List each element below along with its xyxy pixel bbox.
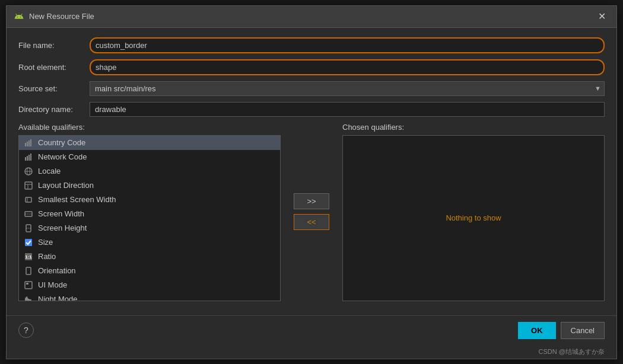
root-element-row: Root element: bbox=[18, 59, 605, 75]
available-qualifiers-label: Available qualifiers: bbox=[18, 123, 281, 132]
remove-qualifier-button[interactable]: << bbox=[294, 214, 329, 230]
svg-rect-0 bbox=[25, 143, 26, 146]
svg-rect-14 bbox=[26, 197, 31, 202]
qualifier-item[interactable]: 1:1Ratio bbox=[19, 250, 280, 264]
titlebar-title: New Resource File bbox=[29, 12, 94, 21]
watermark: CSDN @结城あすか奈 bbox=[7, 346, 616, 359]
qualifier-icon bbox=[24, 238, 33, 247]
svg-rect-6 bbox=[28, 155, 30, 161]
directory-name-row: Directory name: bbox=[18, 102, 605, 117]
source-set-label: Source set: bbox=[18, 84, 90, 93]
nothing-to-show-text: Nothing to show bbox=[446, 213, 501, 222]
new-resource-file-dialog: New Resource File ✕ File name: Root elem… bbox=[6, 5, 617, 359]
source-set-row: Source set: main src/main/res ▼ bbox=[18, 81, 605, 96]
qualifier-item[interactable]: Night Mode bbox=[19, 292, 280, 301]
qualifier-item[interactable]: Orientation bbox=[19, 264, 280, 278]
qualifier-item[interactable]: Layout Direction bbox=[19, 178, 280, 193]
cancel-button[interactable]: Cancel bbox=[561, 322, 605, 339]
qualifier-item[interactable]: Locale bbox=[19, 164, 280, 178]
qualifiers-section: Available qualifiers: Country CodeNetwor… bbox=[18, 123, 605, 301]
svg-rect-25 bbox=[26, 283, 28, 285]
chosen-qualifiers-label: Chosen qualifiers: bbox=[342, 123, 605, 132]
svg-rect-23 bbox=[26, 267, 31, 274]
svg-rect-1 bbox=[27, 142, 28, 146]
qualifier-list[interactable]: Country CodeNetwork CodeLocaleLayout Dir… bbox=[18, 135, 281, 301]
add-qualifier-button[interactable]: >> bbox=[294, 193, 329, 209]
svg-rect-2 bbox=[28, 141, 30, 146]
svg-text:1:1: 1:1 bbox=[25, 254, 32, 260]
android-icon bbox=[14, 11, 24, 22]
root-element-label: Root element: bbox=[18, 63, 90, 72]
svg-rect-11 bbox=[25, 182, 32, 189]
svg-rect-3 bbox=[30, 139, 31, 146]
svg-rect-5 bbox=[27, 156, 28, 161]
file-name-row: File name: bbox=[18, 37, 605, 53]
ok-button[interactable]: OK bbox=[518, 322, 556, 339]
footer-actions: OK Cancel bbox=[518, 322, 605, 339]
available-qualifiers-panel: Available qualifiers: Country CodeNetwor… bbox=[18, 123, 281, 301]
file-name-input[interactable] bbox=[90, 37, 605, 53]
source-set-select[interactable]: main src/main/res bbox=[90, 81, 605, 96]
root-element-input[interactable] bbox=[90, 59, 605, 75]
svg-rect-7 bbox=[30, 154, 31, 161]
transfer-buttons: >> << bbox=[287, 123, 336, 301]
chosen-panel: Nothing to show bbox=[342, 135, 605, 301]
qualifier-icon bbox=[24, 280, 33, 290]
directory-name-label: Directory name: bbox=[18, 105, 90, 114]
qualifier-icon: 1:1 bbox=[24, 252, 33, 261]
qualifier-icon bbox=[24, 181, 33, 190]
qualifier-item[interactable]: Screen Height bbox=[19, 221, 280, 235]
dialog-footer: ? OK Cancel bbox=[7, 315, 616, 346]
svg-rect-24 bbox=[25, 282, 32, 289]
help-button[interactable]: ? bbox=[18, 323, 34, 338]
titlebar-left: New Resource File bbox=[14, 11, 94, 22]
svg-rect-4 bbox=[25, 157, 26, 161]
titlebar: New Resource File ✕ bbox=[7, 6, 616, 28]
qualifier-item[interactable]: Country Code bbox=[19, 136, 280, 150]
qualifier-item[interactable]: UI Mode bbox=[19, 278, 280, 292]
qualifier-icon bbox=[24, 195, 33, 205]
directory-name-input[interactable] bbox=[90, 102, 605, 117]
qualifier-icon bbox=[24, 138, 33, 148]
qualifier-icon bbox=[24, 295, 33, 301]
close-button[interactable]: ✕ bbox=[595, 11, 609, 23]
file-name-label: File name: bbox=[18, 41, 90, 50]
qualifier-item[interactable]: Network Code bbox=[19, 150, 280, 164]
dialog-body: File name: Root element: Source set: mai… bbox=[7, 28, 616, 311]
qualifier-icon bbox=[24, 152, 33, 162]
qualifier-item[interactable]: Screen Width bbox=[19, 207, 280, 221]
qualifier-icon bbox=[24, 209, 33, 219]
svg-rect-20 bbox=[25, 239, 32, 246]
chosen-qualifiers-panel: Chosen qualifiers: Nothing to show bbox=[342, 123, 605, 301]
qualifier-item[interactable]: Size bbox=[19, 235, 280, 250]
qualifier-icon bbox=[24, 167, 33, 176]
qualifier-item[interactable]: Smallest Screen Width bbox=[19, 193, 280, 207]
source-set-wrapper: main src/main/res ▼ bbox=[90, 81, 605, 96]
qualifier-icon bbox=[24, 223, 33, 233]
qualifier-icon bbox=[24, 266, 33, 276]
